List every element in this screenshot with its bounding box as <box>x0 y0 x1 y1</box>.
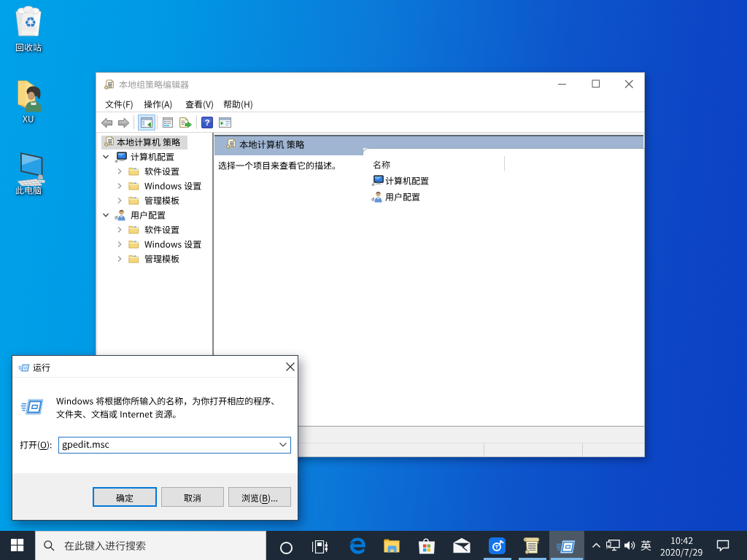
svg-text:?: ? <box>204 118 209 127</box>
